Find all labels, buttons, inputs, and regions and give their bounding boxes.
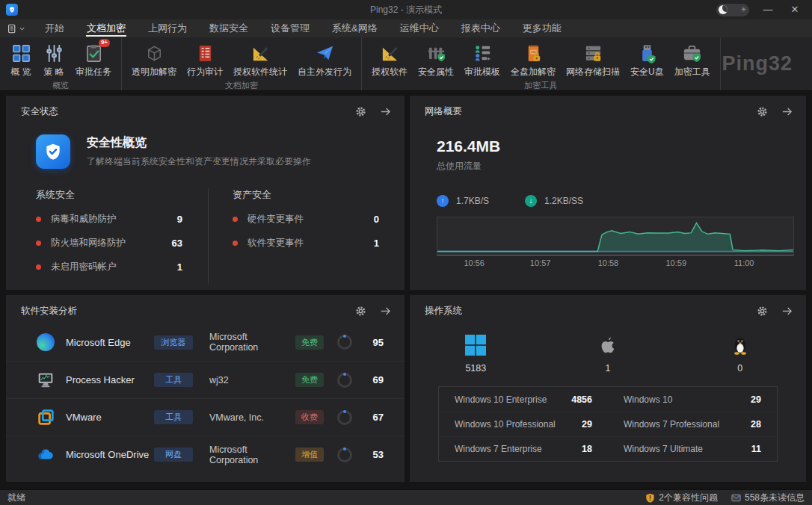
behavior-audit-button[interactable]: 行为审计 <box>182 41 228 79</box>
tab-device-management[interactable]: 设备管理 <box>259 19 321 37</box>
audit-list-icon <box>194 42 216 64</box>
panel-title: 安全状态 <box>21 105 355 118</box>
security-attributes-button[interactable]: 安全属性 <box>413 41 459 79</box>
x-tick: 10:57 <box>530 258 551 267</box>
brand-watermark: Ping32 <box>722 52 812 75</box>
alert-dot-icon <box>233 241 238 246</box>
os-windows[interactable]: 5183 <box>410 331 542 374</box>
tab-internet-behavior[interactable]: 上网行为 <box>137 19 198 37</box>
theme-toggle[interactable]: ☀ <box>716 4 749 16</box>
software-row-process-hacker[interactable]: Process Hacker 工具 wj32 免费 69 <box>6 361 405 398</box>
security-metric-row[interactable]: 病毒和威胁防护 9 <box>36 213 182 226</box>
vmware-app-icon <box>36 408 55 427</box>
table-cell[interactable]: Windows 1029 <box>609 387 776 412</box>
authorized-software-stats-button[interactable]: 授权软件统计 <box>228 41 292 79</box>
security-overview-hero[interactable]: 安全性概览 了解终端当前系统安全性和资产变更情况并采取必要操作 <box>36 134 405 169</box>
warning-shield-icon <box>645 493 655 503</box>
tab-system-network[interactable]: 系统&网络 <box>321 19 389 37</box>
table-cell[interactable]: Windows 10 Professional29 <box>440 412 607 436</box>
compatibility-issues[interactable]: 2个兼容性问题 <box>645 492 718 504</box>
software-row-onedrive[interactable]: Microsoft OneDrive 网盘 Microsoft Corporat… <box>6 436 405 473</box>
table-cell[interactable]: Windows 7 Ultimate11 <box>609 436 776 461</box>
onedrive-app-icon <box>36 445 55 465</box>
security-hero-title: 安全性概览 <box>87 135 311 151</box>
tab-data-security[interactable]: 数据安全 <box>198 19 259 37</box>
category-badge: 工具 <box>154 373 193 387</box>
tab-report-center[interactable]: 报表中心 <box>450 19 511 37</box>
price-badge: 免费 <box>295 373 324 387</box>
arrow-right-icon[interactable] <box>781 306 793 317</box>
software-row-edge[interactable]: Microsoft Edge 浏览器 Microsoft Corporation… <box>6 323 405 361</box>
table-cell[interactable]: Windows 7 Professional28 <box>609 412 776 436</box>
settings-gear-icon[interactable] <box>757 106 768 117</box>
os-linux[interactable]: 0 <box>674 331 806 374</box>
software-row-vmware[interactable]: VMware 工具 VMware, Inc. 收费 67 <box>6 398 405 436</box>
toolbox-shield-icon <box>681 42 704 64</box>
settings-gear-icon[interactable] <box>355 106 366 117</box>
light-mode-icon[interactable]: ☀ <box>740 6 747 13</box>
security-metric-row[interactable]: 防火墙和网络防护 63 <box>36 237 182 250</box>
arrow-right-icon[interactable] <box>380 106 391 117</box>
category-badge: 网盘 <box>154 447 193 462</box>
arrow-right-icon[interactable] <box>781 106 793 117</box>
security-metric-row[interactable]: 软件变更事件 1 <box>233 237 379 250</box>
authorized-software-button[interactable]: 授权软件 <box>366 41 413 79</box>
policy-button[interactable]: 策 略 <box>37 41 70 79</box>
x-tick: 10:58 <box>598 258 619 267</box>
total-traffic-value: 216.4MB <box>437 137 806 155</box>
network-traffic-chart[interactable] <box>437 217 794 255</box>
ssd-lock-icon: SSD <box>522 42 544 64</box>
upload-speed: 1.7KB/S <box>456 196 489 206</box>
os-version-table: Windows 10 Enterprise4856 Windows 1029 W… <box>438 386 778 462</box>
panel-title: 网络概要 <box>425 105 757 118</box>
system-security-section: 系统安全 病毒和威胁防护 9 防火墙和网络防护 63 未启用密码帐户 <box>6 188 208 285</box>
settings-gear-icon[interactable] <box>355 306 366 317</box>
tab-ops-center[interactable]: 运维中心 <box>389 19 450 37</box>
settings-gear-icon[interactable] <box>757 306 768 317</box>
ruler-pen-icon <box>378 42 401 64</box>
encryption-tools-button[interactable]: 加密工具 <box>669 41 716 79</box>
secure-usb-button[interactable]: 安全U盘 <box>625 41 669 79</box>
outgoing-behavior-button[interactable]: 自主外发行为 <box>292 41 357 79</box>
tab-more-features[interactable]: 更多功能 <box>511 19 573 37</box>
approval-tasks-button[interactable]: 9+ 审批任务 <box>70 41 117 79</box>
score-gauge <box>337 373 352 388</box>
envelope-icon <box>731 493 741 503</box>
grid-overview-icon <box>10 42 32 64</box>
tab-document-encryption[interactable]: 文档加密 <box>76 19 137 37</box>
table-cell[interactable]: Windows 10 Enterprise4856 <box>440 387 607 412</box>
unread-messages[interactable]: 558条未读信息 <box>731 492 805 504</box>
security-metric-row[interactable]: 未启用密码帐户 1 <box>36 261 182 273</box>
paper-plane-icon <box>313 42 336 64</box>
arrow-right-icon[interactable] <box>380 306 391 317</box>
fence-shield-icon <box>425 42 447 64</box>
ping32-window: Ping32 - 演示模式 ☀ — ✕ 开始 文档加密 上网行为 数据安全 设备… <box>0 0 812 505</box>
asset-security-section: 资产安全 硬件变更事件 0 软件变更事件 1 <box>208 188 405 285</box>
minimize-button[interactable]: — <box>760 0 776 19</box>
chart-x-axis: 10:56 10:57 10:58 10:59 11:00 <box>437 258 794 269</box>
transparent-encryption-button[interactable]: 透明加解密 <box>126 41 182 79</box>
os-apple[interactable]: 1 <box>542 331 674 374</box>
dark-mode-icon[interactable] <box>719 5 728 14</box>
score-gauge <box>337 410 352 425</box>
tab-start[interactable]: 开始 <box>34 19 76 37</box>
file-menu-button[interactable] <box>0 19 34 37</box>
approval-template-button[interactable]: 审批模板 <box>459 41 505 79</box>
dashboard-content: 安全状态 安全性概览 了解终端当前系统安全性和资产变更情况并采取必要操作 <box>0 92 812 489</box>
chevron-down-icon <box>19 26 25 31</box>
network-storage-scan-button[interactable]: 网络存储扫描 <box>561 41 625 79</box>
close-button[interactable]: ✕ <box>787 0 803 19</box>
security-metric-row[interactable]: 硬件变更事件 0 <box>233 213 379 226</box>
app-logo-icon <box>6 4 18 16</box>
table-cell[interactable]: Windows 7 Enterprise18 <box>440 436 607 461</box>
price-badge: 收费 <box>295 410 324 424</box>
shield-check-icon <box>36 134 70 169</box>
category-badge: 工具 <box>154 410 193 424</box>
overview-button[interactable]: 概 览 <box>4 41 37 79</box>
toolbar-group-overview: 概 览 策 略 9+ 审批任务 概览 <box>0 37 122 90</box>
network-chart-svg <box>437 217 793 255</box>
full-disk-encryption-button[interactable]: SSD 全盘加解密 <box>505 41 561 79</box>
x-tick: 10:56 <box>464 258 485 267</box>
panel-network-overview: 网络概要 216.4MB 总使用流量 ↑ 1.7KB/S ↓ 1.2KB/SS <box>410 96 806 290</box>
panel-operating-system: 操作系统 5183 1 <box>410 295 806 482</box>
